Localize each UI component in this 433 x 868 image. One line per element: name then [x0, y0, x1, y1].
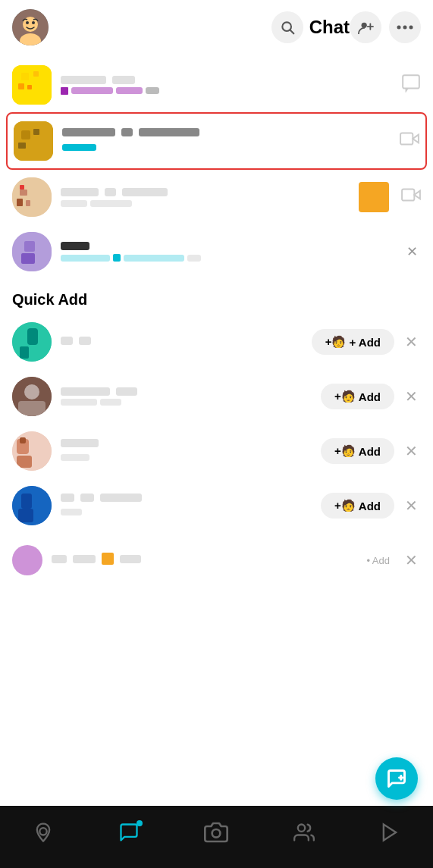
dismiss-qa-2-button[interactable]: ✕ [402, 384, 421, 409]
svg-rect-26 [17, 199, 23, 206]
svg-rect-19 [14, 121, 53, 161]
quick-add-item-3[interactable]: +🧑 Add ✕ [0, 424, 433, 478]
sub-text-cyan [62, 144, 96, 151]
qa-name-1 [61, 337, 73, 345]
qa-avatar-1 [12, 322, 52, 362]
more-options-button[interactable] [389, 11, 421, 43]
chat-item-selected[interactable] [6, 112, 427, 170]
qa-name-2 [116, 387, 137, 396]
chat-item[interactable] [0, 58, 433, 112]
discover-nav-icon [379, 822, 400, 843]
add-person-icon-4: +🧑 [334, 499, 356, 512]
nav-item-friends[interactable] [284, 816, 324, 849]
add-friend-button[interactable] [350, 11, 381, 43]
chat-name [61, 188, 99, 196]
sub-text-1 [61, 200, 87, 207]
svg-rect-14 [21, 73, 29, 80]
page-title: Chat [309, 17, 350, 38]
qa-avatar-2 [12, 377, 52, 416]
sub-text-1 [71, 87, 113, 94]
add-label-4: Add [359, 500, 381, 512]
chat-action-camera-icon-3[interactable] [401, 185, 421, 209]
add-label-2: Add [359, 390, 381, 403]
svg-rect-41 [17, 456, 32, 468]
chat-name [61, 76, 106, 84]
bottom-navigation [0, 806, 433, 868]
svg-rect-42 [20, 437, 26, 443]
user-avatar[interactable] [12, 9, 49, 45]
add-friend-qa-2-button[interactable]: +🧑 Add [321, 384, 394, 409]
chat-avatar-gold [14, 121, 53, 161]
chat-name [61, 242, 89, 250]
svg-point-7 [362, 23, 367, 28]
dismiss-qa-partial-button[interactable]: ✕ [402, 548, 421, 572]
sub-icon [61, 87, 68, 95]
nav-item-camera[interactable] [195, 814, 237, 851]
sub-text-2 [116, 87, 143, 94]
svg-point-4 [32, 21, 35, 24]
nav-item-discover[interactable] [370, 816, 409, 849]
quick-add-title: Quick Add [0, 282, 433, 315]
chat-info [61, 76, 395, 95]
svg-marker-51 [384, 825, 396, 841]
sub-text-3 [187, 255, 201, 262]
qa-info-4 [61, 494, 321, 519]
add-friend-qa-3-button[interactable]: +🧑 Add [321, 438, 394, 464]
qa-name-b1 [61, 494, 74, 502]
add-person-icon-2: +🧑 [334, 390, 356, 403]
chat-action-camera-icon[interactable] [400, 129, 419, 153]
add-friend-qa-4-button[interactable]: +🧑 Add [321, 493, 394, 519]
qa-name-partial-2 [73, 555, 96, 563]
svg-rect-25 [20, 190, 27, 196]
svg-rect-44 [21, 494, 32, 509]
quick-add-item-2[interactable]: +🧑 Add ✕ [0, 369, 433, 424]
chat-notification-dot [136, 820, 143, 826]
quick-add-section: Quick Add +🧑 + Add ✕ [0, 282, 433, 588]
qa-name-b2 [80, 494, 94, 502]
chat-name [62, 128, 115, 136]
svg-rect-13 [12, 65, 52, 105]
nav-item-chat[interactable] [109, 816, 149, 849]
quick-add-item-4[interactable]: +🧑 Add ✕ [0, 478, 433, 533]
chat-action-area-3 [359, 182, 421, 212]
chat-info-4 [61, 242, 396, 262]
qa-name-partial-1 [52, 555, 67, 563]
quick-add-item[interactable]: +🧑 + Add ✕ [0, 315, 433, 369]
add-friend-qa-1-button[interactable]: +🧑 + Add [312, 329, 394, 355]
svg-rect-31 [24, 241, 35, 252]
chat-avatar [12, 65, 52, 105]
chat-item-4[interactable]: ✕ [0, 224, 433, 279]
chat-item-3[interactable] [0, 170, 433, 224]
qa-info-1 [61, 337, 312, 348]
dismiss-chat-button[interactable]: ✕ [403, 240, 421, 263]
partial-icon [102, 553, 114, 565]
svg-rect-27 [26, 200, 30, 206]
svg-rect-34 [27, 328, 38, 345]
chat-avatar-skin [12, 177, 52, 217]
dismiss-qa-4-button[interactable]: ✕ [402, 494, 421, 518]
camera-nav-icon [204, 820, 228, 844]
qa-avatar-4 [12, 486, 52, 525]
qa-name-b3 [100, 494, 142, 502]
qa-sub-1 [61, 509, 82, 515]
chat-name-2 [139, 128, 199, 136]
svg-point-49 [212, 829, 221, 838]
search-button[interactable] [271, 11, 303, 43]
qa-avatar-partial [12, 545, 42, 575]
svg-rect-45 [18, 509, 33, 522]
svg-point-10 [397, 26, 401, 30]
chat-action-message-icon[interactable] [401, 73, 421, 97]
new-chat-fab[interactable] [375, 757, 418, 800]
nav-item-map[interactable] [24, 816, 63, 849]
dismiss-qa-3-button[interactable]: ✕ [402, 439, 421, 463]
header-actions [350, 11, 421, 43]
sub-icon-cyan [113, 254, 121, 262]
chat-list: ✕ [0, 55, 433, 282]
sub-text-2 [90, 200, 132, 207]
chat-info-selected [62, 128, 394, 154]
svg-point-12 [409, 26, 413, 30]
app-header: Chat [0, 0, 433, 55]
qa-info-2 [61, 387, 321, 406]
dismiss-qa-1-button[interactable]: ✕ [402, 330, 421, 354]
qa-name-2 [79, 337, 91, 345]
